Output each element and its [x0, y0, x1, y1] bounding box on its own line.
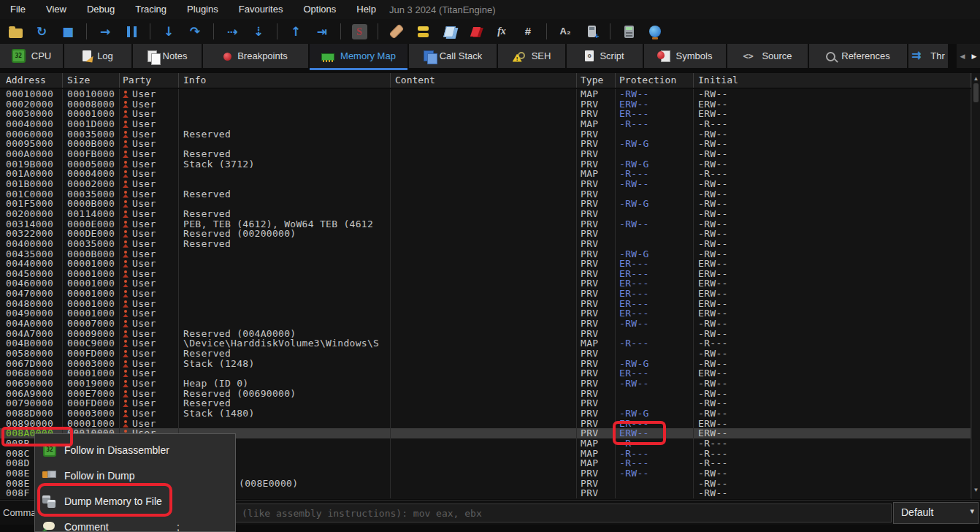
menu-item-tracing[interactable]: Tracing	[125, 0, 177, 19]
context-menu-item-comment[interactable]: Comment;	[35, 517, 235, 532]
stop-animation-icon[interactable]	[351, 23, 367, 39]
context-menu-item-dump-memory-to-file[interactable]: Dump Memory to File	[35, 491, 235, 513]
memory-row-00680000[interactable]: 0068000000001000UserPRVER---ERW--	[0, 368, 971, 379]
context-menu-item-follow-in-dump[interactable]: Follow in Dump	[35, 466, 235, 487]
tab-log[interactable]: Log	[64, 44, 131, 68]
tab-scroll-left-button[interactable]: ◀	[957, 44, 968, 68]
menu-item-favourites[interactable]: Favourites	[229, 0, 294, 19]
tab-script[interactable]: Script	[567, 44, 643, 68]
memory-row-00322000[interactable]: 00322000000DE000UserReserved (00200000)P…	[0, 229, 971, 239]
menu-item-plugins[interactable]: Plugins	[177, 0, 229, 19]
menu-item-view[interactable]: View	[36, 0, 77, 19]
tab-notes[interactable]: Notes	[133, 44, 202, 68]
run-to-user-code-icon[interactable]: ⇥	[314, 23, 330, 39]
menu-item-help[interactable]: Help	[346, 0, 386, 19]
patch-icon[interactable]	[388, 23, 405, 39]
memory-row-00020000[interactable]: 0002000000008000UserPRVERW--ERW--	[0, 99, 971, 110]
tab-call-stack[interactable]: Call Stack	[409, 44, 497, 68]
stop-icon[interactable]: ■	[60, 23, 76, 39]
memory-row-00460000[interactable]: 0046000000001000UserPRVER---ERW--	[0, 278, 971, 289]
memory-row-00060000[interactable]: 0006000000035000UserReservedPRV-RW--	[0, 129, 971, 140]
menu-item-file[interactable]: File	[0, 0, 36, 19]
memory-row-00490000[interactable]: 0049000000001000UserPRVER---ERW--	[0, 308, 971, 319]
memory-row-004b0000[interactable]: 004B0000000C9000User\Device\HarddiskVolu…	[0, 338, 971, 349]
column-header-initial[interactable]: Initial	[694, 73, 971, 88]
tab-seh[interactable]: SEH	[498, 44, 565, 68]
memory-row-001c0000[interactable]: 001C000000035000UserReservedPRV-RW--	[0, 189, 971, 200]
memory-row-00400000[interactable]: 0040000000035000UserReservedPRV-RW--	[0, 239, 971, 249]
menu-item-debug[interactable]: Debug	[77, 0, 125, 19]
trace-over-icon[interactable]: ⇣	[250, 23, 267, 39]
memory-row-00890000[interactable]: 0089000000001000UserPRVER---ERW--	[0, 419, 971, 429]
column-header-size[interactable]: Size	[63, 73, 120, 88]
cell-content	[391, 149, 577, 159]
column-header-content[interactable]: Content	[391, 73, 577, 88]
vertical-scrollbar[interactable]: ▲ ▼	[971, 73, 980, 499]
column-header-protection[interactable]: Protection	[616, 73, 694, 88]
tab-cpu[interactable]: CPU	[0, 44, 63, 68]
case-icon[interactable]: A₂	[557, 23, 573, 39]
tab-references[interactable]: References	[809, 44, 907, 68]
step-over-icon[interactable]: ↷	[187, 23, 203, 39]
memory-row-001f5000[interactable]: 001F50000000B000UserPRV-RW-G-RW--	[0, 199, 971, 209]
column-header-type[interactable]: Type	[577, 73, 616, 88]
tab-memory-map[interactable]: Memory Map	[310, 44, 407, 70]
memory-row-00314000[interactable]: 003140000000E000UserPEB, TEB (4612), WoW…	[0, 219, 971, 229]
trace-into-icon[interactable]: ⇢	[224, 23, 240, 39]
memory-row-00200000[interactable]: 0020000000114000UserReservedPRV-RW--	[0, 209, 971, 219]
tab-source[interactable]: Source	[727, 44, 808, 68]
user-person-icon	[123, 170, 129, 178]
labels-icon[interactable]	[441, 23, 457, 39]
memory-row-004a7000[interactable]: 004A700000009000UserReserved (004A0000)P…	[0, 329, 971, 339]
tab-scroll-right-button[interactable]: ▶	[968, 44, 980, 68]
memory-row-00790000[interactable]: 00790000000FD000UserReservedPRV-RW--	[0, 398, 971, 408]
memory-row-0067d000[interactable]: 0067D00000003000UserStack (1248)PRV-RW-G…	[0, 359, 971, 369]
step-out-icon[interactable]: ↑	[288, 23, 304, 39]
step-into-icon[interactable]: ↓	[161, 23, 177, 39]
scrollbar-thumb[interactable]	[973, 83, 979, 102]
memory-row-000a0000[interactable]: 000A0000000FB000UserReservedPRV-RW--	[0, 149, 971, 159]
memory-row-0019b000[interactable]: 0019B00000005000UserStack (3712)PRV-RW-G…	[0, 159, 971, 170]
tab-thr[interactable]: Thr	[908, 44, 948, 68]
memory-row-00580000[interactable]: 00580000000FD000UserReservedPRV-RW--	[0, 349, 971, 359]
memory-row-006a9000[interactable]: 006A9000000E7000UserReserved (00690000)P…	[0, 389, 971, 399]
memory-row-00435000[interactable]: 004350000000B000UserPRV-RW-G-RW--	[0, 249, 971, 259]
scroll-up-icon[interactable]: ▲	[972, 75, 980, 82]
scroll-down-icon[interactable]: ▼	[972, 487, 980, 493]
cell-protection	[616, 398, 694, 408]
memory-row-00010000[interactable]: 0001000000010000UserMAP-RW---RW--	[0, 89, 971, 99]
function-icon[interactable]: fx	[494, 23, 510, 39]
column-header-info[interactable]: Info	[179, 73, 391, 88]
memory-row-0088d000[interactable]: 0088D00000003000UserStack (1480)PRV-RW-G…	[0, 408, 971, 419]
cell-address: 00095000	[0, 139, 63, 149]
column-header-party[interactable]: Party	[120, 73, 179, 88]
run-icon[interactable]: →	[97, 23, 113, 39]
tab-breakpoints[interactable]: Breakpoints	[203, 44, 308, 68]
pause-icon[interactable]	[123, 23, 139, 39]
memory-row-00040000[interactable]: 000400000001D000UserMAP-R----R---	[0, 119, 971, 129]
tab-symbols[interactable]: Symbols	[644, 44, 726, 68]
memory-row-00470000[interactable]: 0047000000001000UserPRVER---ERW--	[0, 289, 971, 299]
assemble-icon[interactable]	[583, 23, 600, 39]
open-file-icon[interactable]	[7, 23, 23, 39]
context-menu-item-follow-in-disassembler[interactable]: Follow in Disassembler	[35, 440, 235, 462]
cell-content	[391, 379, 577, 389]
memory-row-001b0000[interactable]: 001B000000002000UserPRV-RW---RW--	[0, 179, 971, 189]
restart-icon[interactable]: ↻	[34, 23, 50, 39]
memory-row-00030000[interactable]: 0003000000001000UserPRVER---ERW--	[0, 109, 971, 119]
memory-row-001a0000[interactable]: 001A000000004000UserMAP-R----R---	[0, 169, 971, 179]
calculator-icon[interactable]	[621, 23, 637, 39]
memory-row-00480000[interactable]: 0048000000001000UserPRVER---ERW--	[0, 299, 971, 309]
globe-icon[interactable]	[647, 23, 663, 39]
memory-row-00450000[interactable]: 0045000000001000UserPRVER---ERW--	[0, 269, 971, 279]
menu-item-options[interactable]: Options	[293, 0, 346, 19]
ordinals-icon[interactable]: #	[520, 23, 536, 39]
comments-icon[interactable]	[415, 23, 431, 39]
memory-row-00690000[interactable]: 0069000000019000UserHeap (ID 0)PRV-RW---…	[0, 379, 971, 389]
profile-dropdown[interactable]: Default ▾	[893, 502, 979, 524]
column-header-address[interactable]: Address	[0, 73, 63, 88]
bookmarks-icon[interactable]	[467, 23, 483, 39]
memory-row-00095000[interactable]: 000950000000B000UserPRV-RW-G-RW--	[0, 139, 971, 149]
memory-row-00440000[interactable]: 0044000000001000UserPRVER---ERW--	[0, 259, 971, 269]
memory-row-004a0000[interactable]: 004A000000007000UserPRV-RW---RW--	[0, 319, 971, 329]
